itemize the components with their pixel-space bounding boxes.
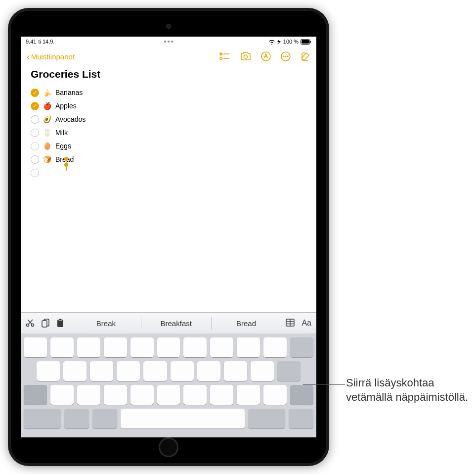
kb-key-numbers[interactable] [24, 409, 61, 428]
kb-key[interactable] [130, 385, 154, 405]
kb-key[interactable] [237, 337, 260, 357]
item-label[interactable]: Milk [55, 129, 68, 137]
item-label[interactable]: Bananas [55, 89, 83, 96]
svg-point-5 [220, 57, 222, 59]
kb-key[interactable] [104, 337, 127, 357]
cut-icon[interactable] [26, 319, 35, 327]
kb-key[interactable] [143, 361, 167, 381]
kb-key-delete[interactable] [290, 337, 313, 357]
note-body[interactable]: Groceries List ✓🍌Bananas✓🍎Apples🥑Avocado… [21, 66, 316, 312]
battery-icon [301, 39, 311, 45]
multitask-dots[interactable] [164, 41, 173, 43]
annotation-leader-line [303, 384, 345, 385]
note-title[interactable]: Groceries List [31, 68, 306, 80]
copy-icon[interactable] [42, 319, 49, 328]
format-button[interactable]: Aa [302, 319, 311, 328]
checklist-item[interactable]: 🥚Eggs [31, 141, 306, 151]
item-emoji: 🥑 [43, 115, 51, 123]
home-button[interactable] [159, 437, 178, 457]
status-time: 9.41 [26, 39, 36, 45]
kb-key[interactable] [237, 385, 260, 405]
kb-key[interactable] [50, 385, 74, 405]
front-camera [166, 24, 171, 29]
checklist-item[interactable]: ✓🍎Apples [31, 100, 306, 111]
item-emoji: 🍞 [43, 155, 51, 163]
checkbox[interactable] [31, 115, 39, 124]
kb-key[interactable] [157, 337, 180, 357]
item-emoji: 🥛 [43, 129, 51, 137]
kb-key[interactable] [130, 337, 154, 357]
kb-key[interactable] [117, 361, 140, 381]
kb-key-shift[interactable] [24, 385, 47, 405]
item-emoji: 🥚 [43, 142, 51, 150]
checklist-item[interactable]: ✓🍌Bananas [31, 87, 306, 98]
kb-key[interactable] [37, 361, 60, 381]
kb-key[interactable] [210, 385, 233, 405]
suggestion-0[interactable]: Break [71, 317, 141, 330]
checkbox[interactable] [31, 129, 39, 137]
status-bar: 9.41 ti 14.9. 100 % [21, 37, 316, 47]
keyboard[interactable]: Break Breakfast Bread Aa [21, 312, 316, 437]
kb-key-space[interactable] [121, 409, 244, 428]
checkbox[interactable] [31, 155, 39, 164]
kb-key[interactable] [251, 361, 274, 381]
kb-key[interactable] [104, 385, 127, 405]
svg-point-10 [283, 56, 284, 57]
kb-key[interactable] [50, 337, 74, 357]
status-date: ti 14.9. [38, 39, 54, 45]
svg-rect-1 [302, 40, 309, 44]
kb-key[interactable] [197, 361, 220, 381]
kb-key[interactable] [263, 337, 287, 357]
kb-key[interactable] [63, 361, 87, 381]
checklist-item[interactable]: 🍞Bread [31, 154, 306, 165]
checklist-item[interactable] [31, 167, 306, 178]
paste-icon[interactable] [56, 319, 64, 328]
wifi-icon [268, 39, 275, 45]
kb-key[interactable] [157, 385, 180, 405]
kb-key[interactable] [210, 337, 233, 357]
suggestion-2[interactable]: Bread [212, 317, 281, 330]
kb-key[interactable] [24, 337, 47, 357]
item-label[interactable]: Apples [55, 102, 77, 110]
checkbox[interactable]: ✓ [31, 89, 39, 97]
markup-icon[interactable] [261, 51, 271, 61]
checklist-icon[interactable] [219, 52, 230, 61]
kb-key-shift[interactable] [290, 385, 313, 405]
more-icon[interactable] [281, 51, 291, 61]
screen: 9.41 ti 14.9. 100 % [21, 37, 316, 437]
kb-key[interactable] [90, 361, 113, 381]
ipad-bezel: 9.41 ti 14.9. 100 % [11, 11, 326, 463]
kb-key[interactable] [171, 361, 194, 381]
kb-key-hide[interactable] [289, 409, 313, 428]
checklist[interactable]: ✓🍌Bananas✓🍎Apples🥑Avocados🥛Milk🥚Eggs🍞Bre… [31, 87, 306, 178]
item-label[interactable]: Eggs [55, 142, 71, 150]
kb-key-return[interactable] [277, 361, 301, 381]
kb-key[interactable] [77, 337, 100, 357]
table-icon[interactable] [286, 319, 295, 328]
kb-key-mic[interactable] [92, 409, 117, 428]
checklist-item[interactable]: 🥑Avocados [31, 114, 306, 125]
kb-key-numbers[interactable] [248, 409, 285, 428]
back-button[interactable]: ‹ Muistiin­panot [27, 51, 75, 62]
suggestion-1[interactable]: Breakfast [141, 317, 212, 330]
checkbox[interactable] [31, 169, 39, 177]
annotation-text: Siirrä lisäyskohtaa vetämällä näppäimist… [346, 376, 470, 404]
kb-key-globe[interactable] [64, 409, 89, 428]
kb-key[interactable] [77, 385, 100, 405]
ipad-device-frame: 9.41 ti 14.9. 100 % [8, 8, 329, 466]
kb-key[interactable] [183, 337, 207, 357]
nav-bar: ‹ Muistiin­panot [21, 47, 316, 66]
charging-icon [277, 39, 281, 44]
item-label[interactable]: Avocados [55, 115, 86, 123]
compose-icon[interactable] [301, 51, 310, 61]
kb-key[interactable] [224, 361, 247, 381]
kb-key[interactable] [263, 385, 287, 405]
camera-icon[interactable] [240, 52, 251, 61]
keyboard-keys[interactable] [21, 333, 316, 437]
kb-key[interactable] [183, 385, 207, 405]
checkbox[interactable]: ✓ [31, 102, 39, 110]
checklist-item[interactable]: 🥛Milk [31, 127, 306, 138]
checkbox[interactable] [31, 142, 39, 150]
item-label[interactable]: Bread [55, 155, 74, 163]
svg-rect-18 [59, 319, 62, 321]
